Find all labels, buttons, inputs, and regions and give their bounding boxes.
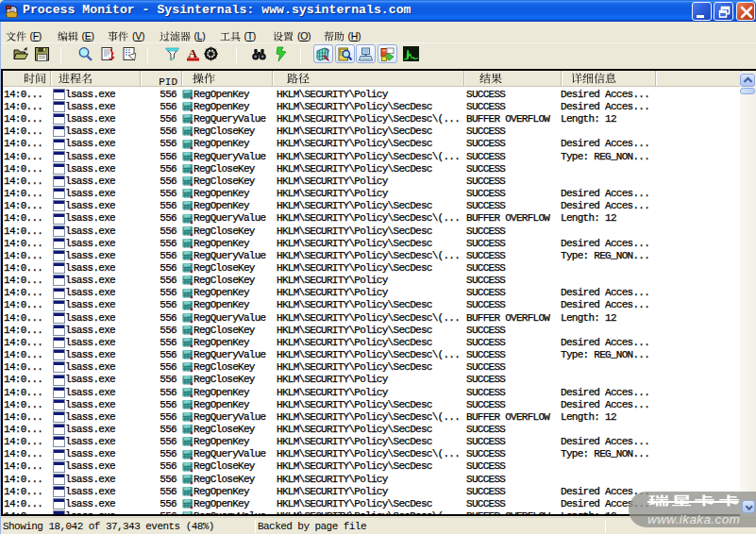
svg-text:A: A [188,46,197,60]
